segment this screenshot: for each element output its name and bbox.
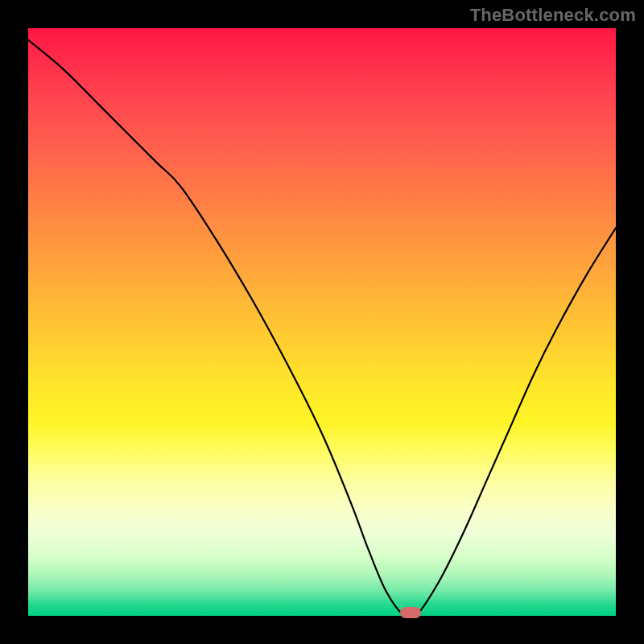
plot-area xyxy=(28,28,616,616)
watermark-text: TheBottleneck.com xyxy=(470,5,636,26)
bottleneck-curve xyxy=(28,40,616,616)
chart-container: TheBottleneck.com xyxy=(0,0,644,644)
optimal-marker xyxy=(400,607,421,618)
curve-svg xyxy=(28,28,616,616)
